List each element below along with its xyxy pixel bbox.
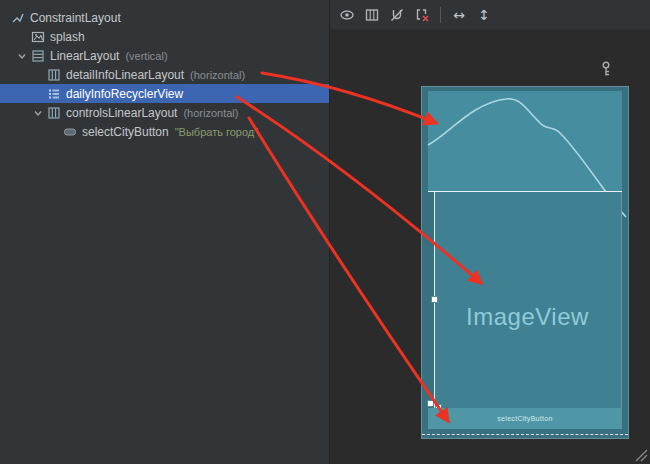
tree-item-detailinfolinearlayout[interactable]: detailInfoLinearLayout (horizontal) [0,65,329,84]
design-surface: ↔ ↕ ImageView [330,0,650,464]
constraint-layout-icon [10,11,26,25]
linear-layout-horizontal-icon [46,68,62,82]
resize-handle-left[interactable] [431,296,438,303]
tree-item-annotation: (vertical) [125,50,167,62]
tree-item-label: splash [50,30,85,44]
designer-canvas[interactable]: ImageView selectCityButton [330,29,650,464]
tree-item-label: LinearLayout [50,49,119,63]
image-icon [30,30,46,44]
imageview-label: ImageView [434,303,621,331]
toolbar-separator [440,7,441,23]
resize-handle-bottom-left[interactable] [427,400,434,407]
tree-item-splash[interactable]: splash [0,27,329,46]
chevron-down-icon[interactable] [30,106,46,120]
layout-editor-window: ConstraintLayout splash [0,0,650,464]
arrow-vertical-icon[interactable]: ↕ [475,6,493,24]
arrow-horizontal-icon[interactable]: ↔ [450,6,468,24]
tree-item-controlslinearlayout[interactable]: controlsLinearLayout (horizontal) [0,103,329,122]
tree-item-dailyinforecyclerview[interactable]: dailyInfoRecyclerView [0,84,329,103]
designer-toolbar: ↔ ↕ [330,0,650,30]
component-tree: ConstraintLayout splash [0,0,330,464]
key-icon [597,60,615,78]
tree-item-label: ConstraintLayout [30,11,121,25]
linear-layout-vertical-icon [30,49,46,63]
selection-line-top [428,191,622,192]
recycler-view-icon [46,87,62,101]
tree-item-selectcitybutton[interactable]: selectCityButton "Выбрать город" [0,122,329,141]
tree-item-label: detailInfoLinearLayout [66,68,184,82]
tree-item-annotation: (horizontal) [183,107,238,119]
design-preview[interactable]: ImageView selectCityButton [421,86,629,439]
design-blueprint-icon[interactable] [363,6,381,24]
select-city-button-preview[interactable]: selectCityButton [428,408,622,429]
tree-item-linearlayout[interactable]: LinearLayout (vertical) [0,46,329,65]
linear-layout-horizontal-icon [46,106,62,120]
tree-item-label: selectCityButton [82,125,169,139]
selection-dashed-bottom [422,434,628,435]
tree-item-annotation: "Выбрать город" [175,126,258,138]
tree-item-label: dailyInfoRecyclerView [66,87,183,101]
autoconnect-off-icon[interactable] [388,6,406,24]
recycler-view-preview[interactable]: ImageView [434,191,622,408]
view-options-icon[interactable] [338,6,356,24]
tree-item-annotation: (horizontal) [190,69,245,81]
window-resize-grip[interactable] [632,446,648,462]
select-city-button-label: selectCityButton [497,415,552,422]
chevron-down-icon[interactable] [14,49,30,63]
tree-item-label: controlsLinearLayout [66,106,177,120]
clear-constraints-icon[interactable] [413,6,431,24]
button-icon [62,125,78,139]
tree-item-constraintlayout[interactable]: ConstraintLayout [0,8,329,27]
detail-info-panel-preview[interactable] [428,91,622,191]
